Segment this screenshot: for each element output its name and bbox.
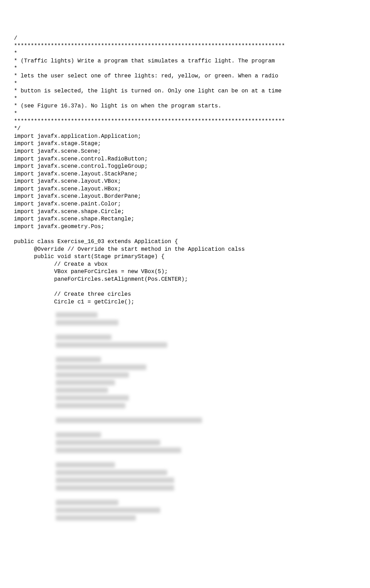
blurred-code-group	[56, 432, 356, 453]
blurred-code-line	[56, 364, 146, 370]
blurred-code-line	[56, 357, 101, 362]
blurred-code-line	[56, 470, 167, 475]
blurred-code-line	[56, 387, 108, 393]
blurred-code-line	[56, 403, 125, 408]
blurred-code-group	[56, 334, 356, 348]
blurred-code-group	[56, 500, 356, 521]
blurred-code-line	[56, 500, 118, 505]
blurred-code-line	[56, 440, 160, 445]
blurred-code-line	[56, 477, 174, 483]
blurred-code-group	[56, 462, 356, 491]
blurred-code-line	[56, 462, 115, 468]
blurred-code-section	[14, 312, 356, 521]
blurred-code-line	[56, 485, 174, 491]
blurred-code-line	[56, 447, 181, 453]
blurred-code-line	[56, 320, 118, 325]
blurred-code-line	[56, 380, 115, 385]
blurred-code-group	[56, 357, 356, 408]
blurred-code-line	[56, 417, 202, 423]
code-block: / **************************************…	[14, 35, 356, 306]
blurred-code-line	[56, 507, 160, 513]
blurred-code-line	[56, 395, 129, 401]
blurred-code-line	[56, 342, 167, 348]
blurred-code-group	[56, 312, 356, 325]
blurred-code-line	[56, 372, 129, 378]
blurred-code-line	[56, 432, 101, 438]
blurred-code-group	[56, 417, 356, 423]
blurred-code-line	[56, 334, 111, 340]
blurred-code-line	[56, 515, 136, 521]
blurred-code-line	[56, 312, 98, 318]
